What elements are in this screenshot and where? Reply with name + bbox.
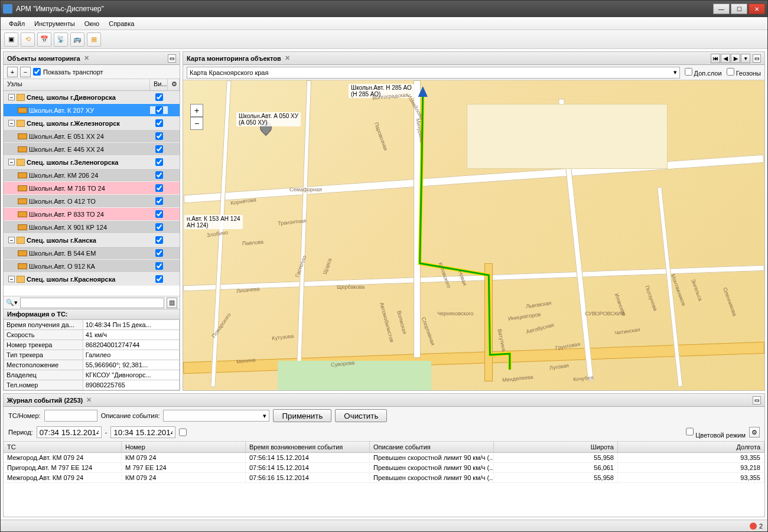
info-key: Тел.номер bbox=[4, 380, 83, 390]
color-mode-wrap[interactable]: Цветовой режим bbox=[686, 426, 746, 439]
journal-header-cell[interactable]: Широта bbox=[494, 442, 618, 452]
visibility-checkbox[interactable] bbox=[155, 223, 163, 231]
street-name: Ватутина bbox=[496, 328, 507, 352]
journal-table[interactable]: ТСНомерВремя возникновения событияОписан… bbox=[4, 442, 764, 517]
tree-item[interactable]: Школьн.Авт. К 207 ХУ bbox=[4, 104, 180, 117]
journal-row[interactable]: Межгород.Авт. КМ 079 24КМ 079 2407:56:14… bbox=[4, 453, 764, 463]
expander-icon[interactable]: − bbox=[8, 120, 15, 126]
journal-header-cell[interactable]: Время возникновения события bbox=[246, 442, 370, 452]
tree-item[interactable]: Школьн.Авт. Е 445 ХХ 24 bbox=[4, 143, 180, 156]
visibility-checkbox[interactable] bbox=[155, 197, 163, 205]
tree-item[interactable]: Школьн.Авт. М 716 ТО 24 bbox=[4, 182, 180, 195]
journal-min-icon[interactable]: ▭ bbox=[753, 396, 761, 404]
journal-header-cell[interactable]: Описание события bbox=[370, 442, 494, 452]
tool-btn-1[interactable]: ▣ bbox=[4, 32, 18, 47]
tree-header-nodes[interactable]: Узлы bbox=[4, 79, 150, 90]
journal-close-x-icon[interactable]: ✕ bbox=[86, 396, 92, 404]
tree-item[interactable]: Школьн.Авт. О 912 КА bbox=[4, 260, 180, 273]
tree-item[interactable]: Школьн.Авт. Х 901 КР 124 bbox=[4, 221, 180, 234]
nav-first-icon[interactable]: ⏮ bbox=[711, 54, 720, 63]
geozones-checkbox-wrap[interactable]: Геозоны bbox=[727, 68, 761, 77]
zoom-in-button[interactable]: + bbox=[190, 104, 203, 117]
search-input[interactable] bbox=[20, 298, 164, 308]
tool-btn-4[interactable]: 📡 bbox=[54, 32, 68, 47]
object-tree[interactable]: −Спец. школы г.ДивногорскаШкольн.Авт. К … bbox=[4, 91, 180, 296]
expander-icon[interactable]: − bbox=[8, 94, 15, 100]
visibility-checkbox[interactable] bbox=[155, 184, 163, 192]
visibility-checkbox[interactable] bbox=[155, 236, 163, 244]
map-close-x-icon[interactable]: ✕ bbox=[285, 54, 290, 62]
layers-checkbox[interactable] bbox=[685, 68, 692, 76]
tree-label: Спец. школы г.Дивногорска bbox=[27, 94, 116, 101]
visibility-checkbox[interactable] bbox=[155, 262, 163, 270]
expander-icon[interactable]: − bbox=[8, 237, 15, 243]
minimize-panel-icon[interactable]: ▭ bbox=[168, 54, 176, 63]
visibility-checkbox[interactable] bbox=[155, 275, 163, 283]
menu-item-окно[interactable]: Окно bbox=[80, 19, 105, 28]
map-area[interactable]: + − Школьн.Авт. Н 285 АО (Н 285 АО)Школь… bbox=[183, 80, 764, 390]
visibility-checkbox[interactable] bbox=[155, 106, 163, 114]
nav-next-icon[interactable]: ▶ bbox=[731, 54, 740, 63]
tool-btn-5[interactable]: 🚌 bbox=[70, 32, 84, 47]
journal-header-cell[interactable]: ТС bbox=[4, 442, 122, 452]
map-min-icon[interactable]: ▭ bbox=[753, 54, 761, 63]
tree-header-vis[interactable]: Ви... bbox=[150, 79, 168, 90]
close-button[interactable]: ✕ bbox=[749, 4, 765, 14]
desc-combo[interactable]: ▾ bbox=[163, 410, 269, 422]
close-x-icon[interactable]: ✕ bbox=[84, 54, 89, 62]
geozones-checkbox[interactable] bbox=[727, 68, 734, 76]
visibility-checkbox[interactable] bbox=[155, 145, 163, 153]
tree-item[interactable]: Школьн.Авт. О 412 ТО bbox=[4, 195, 180, 208]
journal-row[interactable]: Межгород.Авт. КМ 079 24КМ 079 2407:56:16… bbox=[4, 473, 764, 483]
clear-button[interactable]: Очистить bbox=[335, 409, 387, 422]
menu-item-справка[interactable]: Справка bbox=[104, 19, 139, 28]
apply-button[interactable]: Применить bbox=[273, 409, 331, 422]
tree-item[interactable]: Школьн.Авт. Е 051 ХХ 24 bbox=[4, 130, 180, 143]
journal-header-cell[interactable]: Долгота bbox=[618, 442, 764, 452]
minimize-button[interactable]: — bbox=[713, 4, 730, 14]
tree-item[interactable]: Школьн.Авт. В 544 ЕМ bbox=[4, 247, 180, 260]
visibility-checkbox[interactable] bbox=[155, 132, 163, 140]
nav-prev-icon[interactable]: ◀ bbox=[721, 54, 730, 63]
layers-checkbox-wrap[interactable]: Доп.слои bbox=[685, 68, 722, 77]
tree-header-settings-icon[interactable]: ⚙ bbox=[168, 79, 180, 90]
tool-btn-3[interactable]: 📅 bbox=[37, 32, 51, 47]
map-select[interactable]: Карта Красноярского края ▾ bbox=[187, 67, 680, 79]
tree-group[interactable]: −Спец. школы г.Красноярска bbox=[4, 273, 180, 286]
tree-item[interactable]: Школьн.Авт. КМ 206 24 bbox=[4, 169, 180, 182]
tree-item[interactable]: Школьн.Авт. Р 833 ТО 24 bbox=[4, 208, 180, 221]
visibility-checkbox[interactable] bbox=[155, 210, 163, 218]
tree-group[interactable]: −Спец. школы г.Дивногорска bbox=[4, 91, 180, 104]
show-transport-checkbox[interactable] bbox=[33, 68, 41, 76]
journal-row[interactable]: Пригород.Авт. М 797 ЕЕ 124М 797 ЕЕ 12407… bbox=[4, 463, 764, 473]
zoom-out-button[interactable]: − bbox=[190, 117, 203, 130]
visibility-checkbox[interactable] bbox=[155, 119, 163, 127]
journal-header-cell[interactable]: Номер bbox=[122, 442, 246, 452]
tree-group[interactable]: −Спец. школы г.Канска bbox=[4, 234, 180, 247]
color-mode-settings-icon[interactable]: ⚙ bbox=[749, 427, 760, 438]
visibility-checkbox[interactable] bbox=[155, 158, 163, 166]
expander-icon[interactable]: − bbox=[8, 159, 15, 165]
tool-btn-6[interactable]: ▦ bbox=[87, 32, 101, 47]
color-mode-checkbox[interactable] bbox=[686, 426, 694, 438]
menu-item-инструменты[interactable]: Инструменты bbox=[30, 19, 80, 28]
period-lock-checkbox[interactable] bbox=[179, 426, 187, 438]
expander-icon[interactable]: − bbox=[8, 276, 15, 282]
search-go-button[interactable]: ▥ bbox=[167, 298, 177, 308]
info-key: Тип трекера bbox=[4, 350, 83, 360]
period-from-input[interactable] bbox=[37, 426, 102, 438]
tree-group[interactable]: −Спец. школы г.Зеленогорска bbox=[4, 156, 180, 169]
tool-btn-2[interactable]: ⟲ bbox=[21, 32, 35, 47]
period-to-input[interactable] bbox=[110, 426, 175, 438]
visibility-checkbox[interactable] bbox=[155, 171, 163, 179]
nav-menu-icon[interactable]: ▾ bbox=[741, 54, 750, 63]
tree-group[interactable]: −Спец. школы г.Железногорск bbox=[4, 117, 180, 130]
expand-all-button[interactable]: + bbox=[7, 67, 18, 77]
street-name: Менделеева bbox=[502, 374, 533, 383]
menu-item-файл[interactable]: Файл bbox=[4, 19, 30, 28]
tc-input[interactable] bbox=[44, 410, 97, 422]
visibility-checkbox[interactable] bbox=[155, 249, 163, 257]
visibility-checkbox[interactable] bbox=[155, 93, 163, 101]
maximize-button[interactable]: ☐ bbox=[731, 4, 747, 14]
collapse-all-button[interactable]: − bbox=[20, 67, 31, 77]
